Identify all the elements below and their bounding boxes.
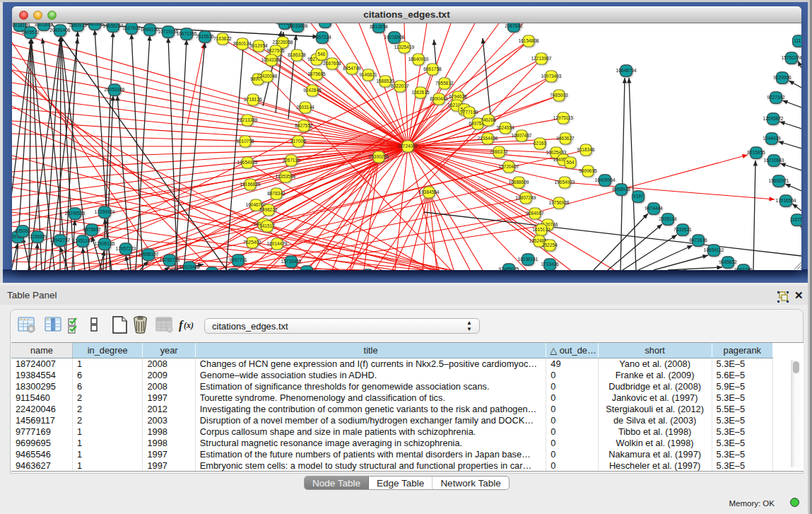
svg-text:15716485: 15716485 [281,259,302,264]
svg-text:1733426: 1733426 [541,262,559,267]
svg-text:8322037: 8322037 [391,83,409,88]
svg-text:1615132: 1615132 [532,227,551,232]
svg-text:564: 564 [567,160,575,165]
svg-text:8813054: 8813054 [370,24,388,29]
svg-text:19166829: 19166829 [240,182,261,187]
svg-text:9975867: 9975867 [83,227,101,232]
svg-text:2718126: 2718126 [244,97,262,102]
svg-text:9463627: 9463627 [556,136,575,141]
svg-text:7857224: 7857224 [313,35,331,40]
svg-text:12213389: 12213389 [237,117,258,122]
svg-text:8301661: 8301661 [35,23,53,27]
svg-text:17359924: 17359924 [95,209,115,214]
svg-text:8878342: 8878342 [267,191,286,196]
svg-text:16154808: 16154808 [519,38,539,43]
svg-text:8454749: 8454749 [343,66,361,71]
svg-text:12923448: 12923448 [180,264,200,269]
svg-text:18724007: 18724007 [398,144,418,148]
svg-text:2935114: 2935114 [659,216,677,221]
svg-text:19654923: 19654923 [555,180,575,185]
svg-text:16210643: 16210643 [764,158,784,163]
svg-text:2603144: 2603144 [296,105,314,110]
svg-text:11325419: 11325419 [394,45,415,49]
svg-text:9457791: 9457791 [229,257,247,262]
svg-text:12975115: 12975115 [553,115,574,120]
svg-text:9197: 9197 [633,194,644,199]
svg-text:9245652: 9245652 [719,259,737,264]
svg-text:8958928: 8958928 [612,187,630,192]
svg-text:7986372: 7986372 [490,149,508,154]
svg-text:16136141: 16136141 [518,257,539,262]
svg-text:12213967: 12213967 [531,56,552,61]
svg-text:19384554: 19384554 [419,189,440,194]
svg-text:20206536: 20206536 [65,211,86,216]
svg-text:7625402: 7625402 [243,240,261,245]
svg-text:16409954: 16409954 [595,177,616,182]
svg-text:9960308: 9960308 [86,23,104,26]
svg-text:23226058: 23226058 [273,40,293,45]
svg-text:8990443: 8990443 [430,96,448,101]
svg-text:9146821: 9146821 [359,72,377,77]
svg-text:2087682: 2087682 [505,23,523,28]
svg-text:1117: 1117 [794,38,801,43]
svg-text:1244419: 1244419 [763,136,781,141]
svg-text:1362615: 1362615 [411,90,430,95]
svg-text:18640910: 18640910 [408,57,429,62]
svg-text:16033809: 16033809 [288,23,308,28]
svg-text:9827505: 9827505 [266,48,285,53]
svg-text:10543362: 10543362 [261,57,282,62]
svg-text:01895559: 01895559 [297,269,317,270]
svg-text:11353594: 11353594 [276,174,296,179]
svg-text:1588520: 1588520 [376,78,394,83]
svg-text:19654925: 19654925 [237,160,258,165]
svg-text:17957223: 17957223 [116,246,136,251]
svg-text:62160: 62160 [534,141,546,146]
svg-text:9129966: 9129966 [773,75,792,80]
svg-text:9777169: 9777169 [460,110,478,115]
svg-text:9084067: 9084067 [526,211,544,216]
svg-text:17016504: 17016504 [776,198,796,203]
svg-text:12093872: 12093872 [763,116,784,121]
svg-text:16914479: 16914479 [267,241,288,246]
svg-text:10671355: 10671355 [177,31,197,36]
svg-text:8186328: 8186328 [288,52,306,57]
svg-text:2667608: 2667608 [323,61,341,66]
svg-text:18807249: 18807249 [516,195,536,200]
svg-text:1860913: 1860913 [69,23,87,28]
svg-text:546: 546 [318,52,326,57]
svg-text:116753: 116753 [789,217,801,222]
svg-text:10688609: 10688609 [509,180,529,185]
svg-text:10973493: 10973493 [541,74,562,78]
svg-text:9899695: 9899695 [579,168,597,173]
svg-text:19756928: 19756928 [549,200,570,205]
svg-text:9242845: 9242845 [303,88,322,93]
svg-text:8660124: 8660124 [233,41,252,46]
svg-text:15720407: 15720407 [499,164,519,169]
svg-text:3912954: 3912954 [249,43,268,48]
svg-text:9227342: 9227342 [767,95,785,100]
svg-text:8471676: 8471676 [689,238,707,243]
svg-text:8427552: 8427552 [295,123,313,128]
svg-text:10807487: 10807487 [512,133,532,138]
svg-text:1527602: 1527602 [122,25,141,30]
svg-text:15751074: 15751074 [782,55,801,60]
svg-text:9474444: 9474444 [645,206,663,211]
svg-text:7515526: 7515526 [196,34,214,39]
svg-text:10655267: 10655267 [103,23,124,28]
svg-text:3267110: 3267110 [283,158,300,163]
svg-text:19218506: 19218506 [384,35,405,40]
svg-text:6961758: 6961758 [423,66,442,71]
svg-text:7485003: 7485003 [550,93,568,98]
svg-text:9093786: 9093786 [734,267,753,270]
svg-text:12905135: 12905135 [95,241,115,246]
svg-text:11451194: 11451194 [73,238,93,243]
svg-text:141517: 141517 [259,223,275,228]
svg-text:1010755: 1010755 [236,139,254,144]
svg-text:(x): (x) [184,320,194,330]
svg-text:26053346: 26053346 [105,87,125,92]
svg-text:7632621: 7632621 [673,227,692,232]
svg-text:417006: 417006 [290,139,306,144]
svg-text:1993518: 1993518 [316,23,334,24]
svg-text:21364436: 21364436 [478,136,498,141]
svg-text:10654112: 10654112 [704,247,724,252]
